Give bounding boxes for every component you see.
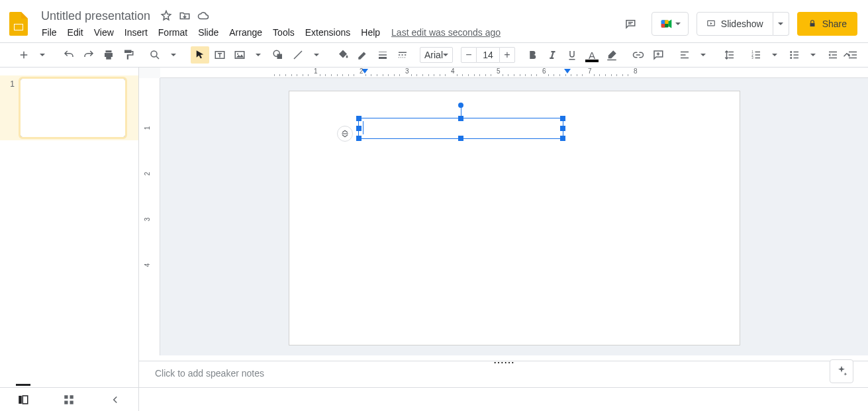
font-name: Arial (424, 50, 443, 60)
vertical-ruler[interactable]: 1234 (139, 78, 160, 387)
svg-rect-5 (810, 23, 814, 26)
star-icon[interactable] (160, 9, 173, 23)
svg-rect-25 (65, 400, 68, 404)
resize-handle[interactable] (560, 116, 565, 121)
menu-extensions[interactable]: Extensions (301, 24, 355, 40)
open-comments-button[interactable] (617, 11, 644, 37)
collapse-toolbar-button[interactable] (838, 46, 856, 64)
speaker-notes-placeholder: Click to add speaker notes (155, 368, 264, 379)
move-to-drive-icon[interactable] (178, 9, 191, 23)
numbered-list-button[interactable]: 123 (747, 46, 765, 64)
bottom-bar (0, 387, 868, 411)
filmstrip: 1 (0, 68, 139, 387)
menu-insert[interactable]: Insert (120, 24, 152, 40)
add-comment-button[interactable] (649, 46, 667, 64)
svg-text:3: 3 (751, 56, 753, 60)
bulleted-list-button[interactable] (785, 46, 804, 64)
svg-rect-21 (19, 396, 22, 404)
bulleted-list-dropdown[interactable] (804, 46, 822, 64)
notes-resize-handle[interactable]: ⋯⋯ (139, 355, 868, 361)
underline-button[interactable] (563, 46, 581, 64)
redo-button[interactable] (79, 46, 98, 64)
undo-button[interactable] (60, 46, 78, 64)
hide-filmstrip-button[interactable] (105, 390, 125, 410)
font-size-increase[interactable]: + (499, 47, 515, 63)
share-button[interactable]: Share (797, 12, 857, 36)
svg-point-6 (151, 51, 157, 57)
svg-point-9 (237, 53, 238, 54)
zoom-dropdown[interactable] (164, 46, 183, 64)
text-color-button[interactable]: A (583, 46, 601, 64)
resize-handle[interactable] (356, 116, 362, 121)
svg-rect-2 (15, 24, 23, 30)
slide-canvas[interactable] (289, 91, 740, 345)
shape-tool[interactable] (269, 46, 287, 64)
font-size-input[interactable] (477, 47, 499, 63)
slideshow-dropdown[interactable] (773, 12, 789, 36)
resize-handle[interactable] (560, 126, 565, 131)
svg-rect-23 (65, 395, 68, 398)
link-button[interactable] (629, 46, 648, 64)
rotate-handle[interactable] (458, 103, 463, 108)
new-slide-button[interactable] (15, 46, 33, 64)
menu-slide[interactable]: Slide (193, 24, 223, 40)
slideshow-button[interactable]: Slideshow (697, 12, 773, 36)
menu-help[interactable]: Help (356, 24, 385, 40)
meet-button[interactable] (651, 12, 689, 36)
print-button[interactable] (99, 46, 118, 64)
border-dash-button[interactable] (393, 46, 412, 64)
menu-edit[interactable]: Edit (63, 24, 88, 40)
numbered-list-dropdown[interactable] (765, 46, 784, 64)
cloud-status-icon[interactable] (197, 9, 210, 23)
image-dropdown[interactable] (249, 46, 267, 64)
bold-button[interactable] (523, 46, 542, 64)
filmstrip-view-button[interactable] (13, 390, 33, 410)
toolbar: Arial − + A 123 (0, 42, 868, 68)
lock-icon (808, 19, 817, 28)
resize-handle[interactable] (560, 136, 565, 141)
horizontal-ruler[interactable]: 12345678 (160, 68, 868, 78)
fill-color-button[interactable] (334, 46, 352, 64)
slide-number: 1 (7, 78, 15, 138)
svg-rect-24 (70, 395, 73, 398)
resize-handle[interactable] (458, 116, 463, 121)
border-weight-button[interactable] (373, 46, 392, 64)
document-title[interactable]: Untitled presentation (37, 8, 154, 24)
menu-arrange[interactable]: Arrange (224, 24, 267, 40)
font-size-decrease[interactable]: − (461, 47, 477, 63)
select-tool[interactable] (191, 46, 209, 64)
svg-rect-22 (23, 396, 28, 404)
menu-bar: File Edit View Insert Format Slide Arran… (37, 24, 612, 40)
explore-button[interactable] (830, 359, 853, 383)
paint-format-button[interactable] (119, 46, 138, 64)
selected-textbox[interactable] (358, 118, 563, 139)
new-slide-dropdown[interactable] (33, 46, 52, 64)
autofit-button[interactable] (337, 126, 353, 142)
highlight-button[interactable] (603, 46, 621, 64)
zoom-button[interactable] (146, 46, 164, 64)
font-select[interactable]: Arial (420, 47, 453, 63)
menu-format[interactable]: Format (154, 24, 192, 40)
canvas-area: 12345678 1234 (139, 68, 868, 387)
resize-handle[interactable] (458, 136, 463, 141)
last-edit-link[interactable]: Last edit was seconds ago (391, 27, 501, 38)
line-spacing-button[interactable] (720, 46, 739, 64)
align-button[interactable] (675, 46, 694, 64)
italic-button[interactable] (543, 46, 561, 64)
menu-tools[interactable]: Tools (268, 24, 299, 40)
slideshow-label: Slideshow (721, 19, 763, 29)
menu-file[interactable]: File (37, 24, 62, 40)
textbox-tool[interactable] (211, 46, 229, 64)
border-color-button[interactable] (354, 46, 372, 64)
resize-handle[interactable] (356, 126, 362, 131)
resize-handle[interactable] (356, 136, 362, 141)
align-dropdown[interactable] (694, 46, 712, 64)
grid-view-button[interactable] (59, 390, 79, 410)
line-dropdown[interactable] (307, 46, 326, 64)
app-logo[interactable] (5, 11, 32, 37)
image-tool[interactable] (230, 46, 249, 64)
svg-point-16 (790, 54, 792, 56)
line-tool[interactable] (289, 46, 307, 64)
menu-view[interactable]: View (89, 24, 119, 40)
slide-thumbnail-1[interactable] (20, 78, 126, 138)
